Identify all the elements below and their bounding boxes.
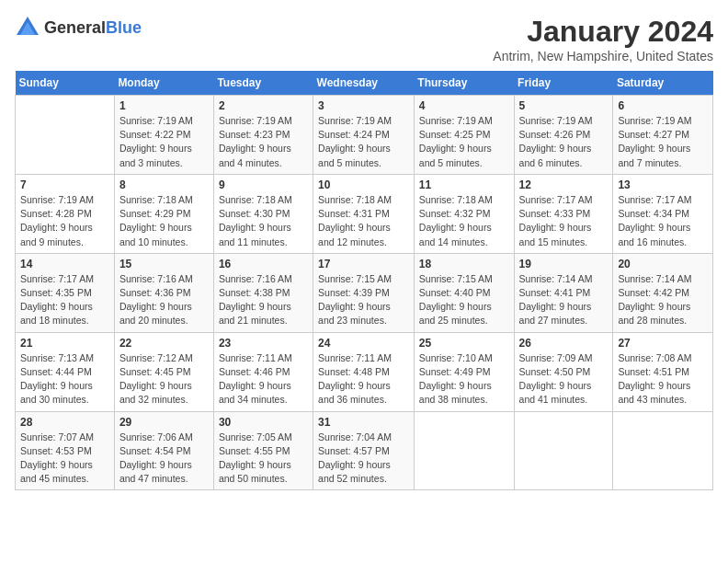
calendar-header-cell: Wednesday (313, 71, 415, 96)
calendar-day-cell: 21Sunrise: 7:13 AMSunset: 4:44 PMDayligh… (16, 332, 115, 411)
day-info: Sunrise: 7:18 AMSunset: 4:31 PMDaylight:… (318, 193, 409, 249)
calendar-header-cell: Thursday (414, 71, 514, 96)
calendar-day-cell: 20Sunrise: 7:14 AMSunset: 4:42 PMDayligh… (613, 253, 713, 332)
logo-icon (15, 15, 40, 40)
calendar-day-cell: 1Sunrise: 7:19 AMSunset: 4:22 PMDaylight… (114, 96, 213, 175)
calendar-day-cell (414, 411, 514, 490)
calendar-day-cell: 27Sunrise: 7:08 AMSunset: 4:51 PMDayligh… (613, 332, 713, 411)
calendar-day-cell: 18Sunrise: 7:15 AMSunset: 4:40 PMDayligh… (414, 253, 514, 332)
calendar-day-cell: 12Sunrise: 7:17 AMSunset: 4:33 PMDayligh… (514, 174, 613, 253)
day-number: 3 (318, 99, 409, 112)
calendar-title: January 2024 (493, 15, 713, 49)
day-number: 7 (20, 178, 109, 191)
day-number: 14 (20, 258, 109, 270)
calendar-day-cell: 8Sunrise: 7:18 AMSunset: 4:29 PMDaylight… (114, 174, 213, 253)
calendar-header-cell: Monday (114, 71, 213, 96)
day-number: 27 (618, 337, 708, 350)
calendar-day-cell: 26Sunrise: 7:09 AMSunset: 4:50 PMDayligh… (514, 332, 613, 411)
day-number: 9 (219, 178, 308, 191)
day-info: Sunrise: 7:07 AMSunset: 4:53 PMDaylight:… (20, 431, 109, 487)
calendar-day-cell: 24Sunrise: 7:11 AMSunset: 4:48 PMDayligh… (313, 332, 415, 411)
day-info: Sunrise: 7:14 AMSunset: 4:42 PMDaylight:… (618, 272, 708, 328)
day-info: Sunrise: 7:17 AMSunset: 4:35 PMDaylight:… (20, 272, 109, 328)
calendar-week-row: 1Sunrise: 7:19 AMSunset: 4:22 PMDaylight… (16, 96, 713, 175)
day-number: 15 (119, 258, 209, 270)
calendar-day-cell: 23Sunrise: 7:11 AMSunset: 4:46 PMDayligh… (213, 332, 313, 411)
day-number: 31 (318, 416, 409, 429)
calendar-day-cell: 4Sunrise: 7:19 AMSunset: 4:25 PMDaylight… (414, 96, 514, 175)
day-number: 11 (419, 178, 509, 191)
day-info: Sunrise: 7:15 AMSunset: 4:39 PMDaylight:… (318, 272, 409, 328)
day-info: Sunrise: 7:14 AMSunset: 4:41 PMDaylight:… (519, 272, 609, 328)
day-number: 2 (219, 99, 308, 112)
day-info: Sunrise: 7:06 AMSunset: 4:54 PMDaylight:… (119, 431, 209, 487)
calendar-day-cell: 22Sunrise: 7:12 AMSunset: 4:45 PMDayligh… (114, 332, 213, 411)
calendar-day-cell: 31Sunrise: 7:04 AMSunset: 4:57 PMDayligh… (313, 411, 415, 490)
day-number: 13 (618, 178, 708, 191)
day-number: 4 (419, 99, 509, 112)
calendar-day-cell (514, 411, 613, 490)
day-info: Sunrise: 7:17 AMSunset: 4:34 PMDaylight:… (618, 193, 708, 249)
day-info: Sunrise: 7:16 AMSunset: 4:36 PMDaylight:… (119, 272, 209, 328)
calendar-table: SundayMondayTuesdayWednesdayThursdayFrid… (15, 71, 713, 490)
day-info: Sunrise: 7:16 AMSunset: 4:38 PMDaylight:… (219, 272, 308, 328)
calendar-day-cell: 30Sunrise: 7:05 AMSunset: 4:55 PMDayligh… (213, 411, 313, 490)
calendar-day-cell: 28Sunrise: 7:07 AMSunset: 4:53 PMDayligh… (16, 411, 115, 490)
logo-blue: Blue (106, 18, 142, 37)
calendar-day-cell: 7Sunrise: 7:19 AMSunset: 4:28 PMDaylight… (16, 174, 115, 253)
day-number: 1 (119, 99, 209, 112)
day-number: 6 (618, 99, 708, 112)
calendar-day-cell: 14Sunrise: 7:17 AMSunset: 4:35 PMDayligh… (16, 253, 115, 332)
calendar-day-cell: 13Sunrise: 7:17 AMSunset: 4:34 PMDayligh… (613, 174, 713, 253)
calendar-header-cell: Tuesday (213, 71, 313, 96)
calendar-day-cell: 9Sunrise: 7:18 AMSunset: 4:30 PMDaylight… (213, 174, 313, 253)
calendar-day-cell: 5Sunrise: 7:19 AMSunset: 4:26 PMDaylight… (514, 96, 613, 175)
day-number: 16 (219, 258, 308, 270)
day-info: Sunrise: 7:19 AMSunset: 4:22 PMDaylight:… (119, 114, 209, 170)
day-number: 25 (419, 337, 509, 350)
day-info: Sunrise: 7:08 AMSunset: 4:51 PMDaylight:… (618, 351, 708, 408)
day-info: Sunrise: 7:15 AMSunset: 4:40 PMDaylight:… (419, 272, 509, 328)
day-number: 26 (519, 337, 609, 350)
calendar-day-cell (16, 96, 115, 175)
calendar-day-cell: 19Sunrise: 7:14 AMSunset: 4:41 PMDayligh… (514, 253, 613, 332)
day-info: Sunrise: 7:17 AMSunset: 4:33 PMDaylight:… (519, 193, 609, 249)
day-info: Sunrise: 7:18 AMSunset: 4:29 PMDaylight:… (119, 193, 209, 249)
day-number: 23 (219, 337, 308, 350)
calendar-body: 1Sunrise: 7:19 AMSunset: 4:22 PMDaylight… (16, 96, 713, 490)
calendar-week-row: 21Sunrise: 7:13 AMSunset: 4:44 PMDayligh… (16, 332, 713, 411)
title-area: January 2024 Antrim, New Hampshire, Unit… (493, 15, 713, 63)
calendar-week-row: 7Sunrise: 7:19 AMSunset: 4:28 PMDaylight… (16, 174, 713, 253)
day-info: Sunrise: 7:12 AMSunset: 4:45 PMDaylight:… (119, 351, 209, 408)
calendar-day-cell: 25Sunrise: 7:10 AMSunset: 4:49 PMDayligh… (414, 332, 514, 411)
calendar-day-cell: 17Sunrise: 7:15 AMSunset: 4:39 PMDayligh… (313, 253, 415, 332)
calendar-day-cell: 10Sunrise: 7:18 AMSunset: 4:31 PMDayligh… (313, 174, 415, 253)
day-number: 30 (219, 416, 308, 429)
day-info: Sunrise: 7:04 AMSunset: 4:57 PMDaylight:… (318, 431, 409, 487)
day-info: Sunrise: 7:18 AMSunset: 4:32 PMDaylight:… (419, 193, 509, 249)
day-info: Sunrise: 7:19 AMSunset: 4:27 PMDaylight:… (618, 114, 708, 170)
day-info: Sunrise: 7:13 AMSunset: 4:44 PMDaylight:… (20, 351, 109, 408)
calendar-day-cell: 11Sunrise: 7:18 AMSunset: 4:32 PMDayligh… (414, 174, 514, 253)
day-number: 17 (318, 258, 409, 270)
calendar-header-cell: Sunday (16, 71, 115, 96)
day-number: 10 (318, 178, 409, 191)
calendar-day-cell: 15Sunrise: 7:16 AMSunset: 4:36 PMDayligh… (114, 253, 213, 332)
logo: GeneralBlue (15, 15, 142, 40)
day-number: 8 (119, 178, 209, 191)
day-info: Sunrise: 7:11 AMSunset: 4:48 PMDaylight:… (318, 351, 409, 408)
calendar-week-row: 14Sunrise: 7:17 AMSunset: 4:35 PMDayligh… (16, 253, 713, 332)
day-number: 5 (519, 99, 609, 112)
day-info: Sunrise: 7:10 AMSunset: 4:49 PMDaylight:… (419, 351, 509, 408)
day-number: 29 (119, 416, 209, 429)
calendar-subtitle: Antrim, New Hampshire, United States (493, 49, 713, 63)
day-number: 24 (318, 337, 409, 350)
day-info: Sunrise: 7:19 AMSunset: 4:25 PMDaylight:… (419, 114, 509, 170)
calendar-header-row: SundayMondayTuesdayWednesdayThursdayFrid… (16, 71, 713, 96)
calendar-day-cell: 6Sunrise: 7:19 AMSunset: 4:27 PMDaylight… (613, 96, 713, 175)
day-info: Sunrise: 7:05 AMSunset: 4:55 PMDaylight:… (219, 431, 308, 487)
day-number: 21 (20, 337, 109, 350)
day-number: 18 (419, 258, 509, 270)
calendar-day-cell: 2Sunrise: 7:19 AMSunset: 4:23 PMDaylight… (213, 96, 313, 175)
day-info: Sunrise: 7:11 AMSunset: 4:46 PMDaylight:… (219, 351, 308, 408)
